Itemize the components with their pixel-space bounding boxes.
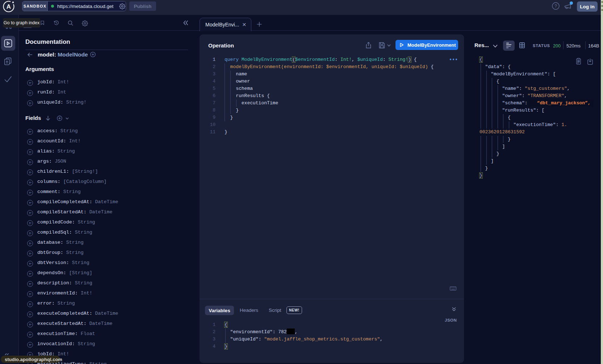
- svg-text:A: A: [7, 3, 11, 10]
- svg-text:?: ?: [554, 4, 557, 9]
